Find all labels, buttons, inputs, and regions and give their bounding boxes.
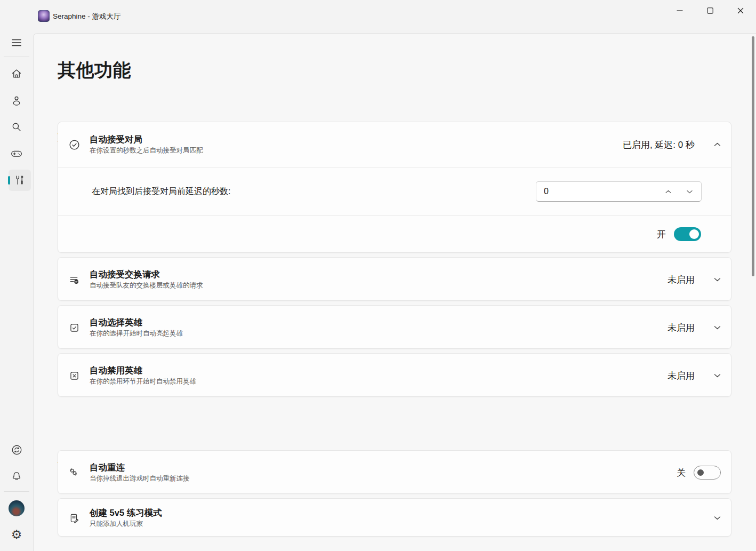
setting-title: 创建 5v5 练习模式 [90, 508, 162, 518]
delay-label: 在对局找到后接受对局前延迟的秒数: [92, 186, 230, 197]
setting-row: 自动重连 当你掉线退出游戏时自动重新连接 关 [58, 451, 731, 494]
hamburger-icon [12, 39, 21, 46]
maximize-icon [707, 7, 713, 14]
content-panel: 其他功能 英雄选择 自动接受对局 在你设置的秒数之后自动接受对局匹配 已启用, … [33, 33, 756, 551]
chevron-down-icon[interactable] [713, 371, 721, 380]
toggle-knob [697, 469, 704, 476]
chevron-up-icon[interactable] [713, 140, 721, 149]
gamepad-icon [10, 147, 23, 160]
maximize-button[interactable] [697, 0, 722, 21]
checkbox-check-icon [68, 321, 81, 334]
toggle-knob [689, 229, 699, 239]
sidebar-item-settings[interactable]: ⚙ [6, 524, 27, 545]
menu-button[interactable] [6, 32, 27, 53]
app-logo-icon [38, 10, 50, 22]
minimize-button[interactable] [667, 0, 692, 21]
chevron-down-icon[interactable] [713, 514, 721, 522]
delay-value-input[interactable] [536, 186, 658, 197]
card-auto-accept-trade: 自动接受交换请求 自动接受队友的交换楼层或英雄的请求 未启用 [58, 257, 731, 301]
card-auto-reconnect: 自动重连 当你掉线退出游戏时自动重新连接 关 [58, 450, 731, 494]
expander-header[interactable]: 自动禁用英雄 在你的禁用环节开始时自动禁用英雄 未启用 [58, 354, 731, 397]
expander-header[interactable]: 创建 5v5 练习模式 只能添加人机玩家 [58, 499, 731, 537]
expander-header[interactable]: 自动选择英雄 在你的选择开始时自动亮起英雄 未启用 [58, 306, 731, 349]
toggle-state-label: 关 [677, 467, 686, 479]
chevron-down-icon[interactable] [713, 275, 721, 284]
close-icon [737, 7, 744, 14]
sidebar-item-profile[interactable] [6, 90, 27, 111]
sidebar-item-other-tools[interactable] [9, 170, 31, 191]
setting-title: 自动接受交换请求 [90, 269, 203, 280]
enable-toggle-row: 开 [58, 215, 731, 252]
spin-down-button[interactable] [680, 183, 699, 199]
sidebar-item-update[interactable] [6, 439, 27, 460]
expander-header[interactable]: 自动接受交换请求 自动接受队友的交换楼层或英雄的请求 未启用 [58, 258, 731, 301]
setting-title: 自动选择英雄 [90, 317, 183, 328]
rail-divider [4, 491, 29, 492]
tools-icon [14, 174, 26, 186]
card-auto-select-champion: 自动选择英雄 在你的选择开始时自动亮起英雄 未启用 [58, 305, 731, 349]
setting-title: 自动禁用英雄 [90, 365, 196, 376]
titlebar: Seraphine - 游戏大厅 [0, 0, 756, 33]
sidebar-item-home[interactable] [6, 63, 27, 84]
gear-icon: ⚙ [11, 529, 22, 541]
setting-subtitle: 在你设置的秒数之后自动接受对局匹配 [90, 147, 203, 154]
sidebar-item-search[interactable] [6, 116, 27, 138]
spin-up-button[interactable] [658, 183, 678, 199]
person-icon [11, 94, 22, 106]
card-create-practice-mode: 创建 5v5 练习模式 只能添加人机玩家 [58, 498, 731, 537]
status-text: 未启用 [667, 370, 695, 382]
card-auto-ban-champion: 自动禁用英雄 在你的禁用环节开始时自动禁用英雄 未启用 [58, 353, 731, 397]
selected-indicator [8, 176, 10, 185]
setting-subtitle: 在你的选择开始时自动亮起英雄 [90, 330, 183, 337]
close-button[interactable] [728, 0, 753, 21]
list-check-icon [68, 273, 81, 286]
sync-icon [11, 444, 23, 456]
sidebar-item-notifications[interactable] [6, 466, 27, 487]
note-edit-icon [68, 512, 81, 524]
home-icon [11, 68, 22, 79]
window-title: Seraphine - 游戏大厅 [53, 0, 121, 33]
setting-title: 自动重连 [90, 462, 190, 473]
rail-divider [4, 57, 29, 57]
status-text: 未启用 [667, 274, 695, 286]
navigation-rail: ⚙ [0, 0, 33, 551]
status-text: 未启用 [667, 322, 695, 334]
status-text: 已启用, 延迟: 0 秒 [623, 139, 695, 151]
setting-subtitle: 在你的禁用环节开始时自动禁用英雄 [90, 378, 196, 385]
page-title: 其他功能 [58, 58, 131, 83]
checkbox-x-icon [68, 369, 81, 382]
circle-check-icon [68, 138, 81, 151]
delay-setting-row: 在对局找到后接受对局前延迟的秒数: [58, 167, 731, 215]
minimize-icon [677, 7, 683, 14]
setting-subtitle: 只能添加人机玩家 [90, 520, 162, 528]
user-avatar[interactable] [9, 500, 25, 516]
sidebar-item-game[interactable] [6, 143, 27, 164]
setting-title: 自动接受对局 [90, 134, 203, 145]
vertical-scrollbar[interactable] [752, 36, 754, 276]
bell-icon [11, 470, 22, 482]
expander-header[interactable]: 自动接受对局 在你设置的秒数之后自动接受对局匹配 已启用, 延迟: 0 秒 [58, 122, 731, 167]
setting-subtitle: 自动接受队友的交换楼层或英雄的请求 [90, 282, 203, 289]
auto-reconnect-toggle[interactable] [694, 466, 721, 480]
connect-plug-icon [68, 466, 81, 479]
card-auto-accept-match: 自动接受对局 在你设置的秒数之后自动接受对局匹配 已启用, 延迟: 0 秒 在对… [58, 122, 731, 253]
toggle-state-label: 开 [657, 228, 666, 241]
search-icon [11, 121, 22, 133]
chevron-down-icon[interactable] [713, 323, 721, 332]
setting-subtitle: 当你掉线退出游戏时自动重新连接 [90, 475, 190, 482]
auto-accept-toggle[interactable] [674, 227, 701, 241]
delay-spinbox [536, 181, 702, 202]
